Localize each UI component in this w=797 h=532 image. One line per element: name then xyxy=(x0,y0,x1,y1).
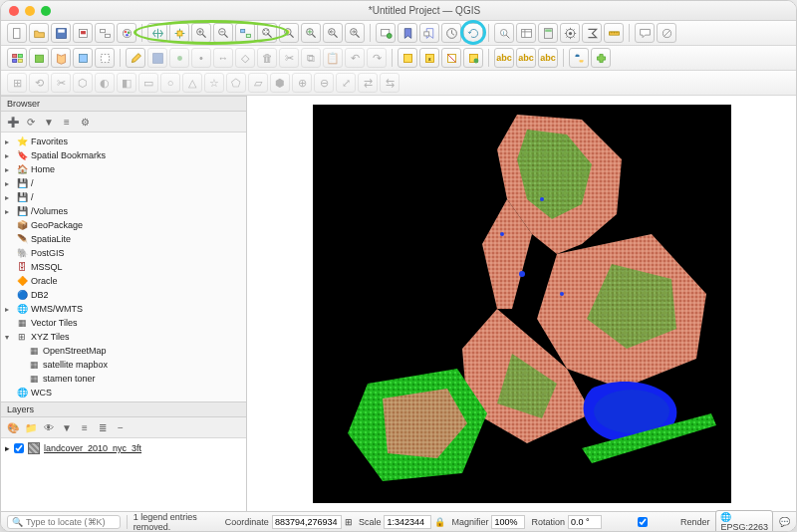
no-action-button[interactable] xyxy=(657,23,676,43)
show-bookmarks-button[interactable] xyxy=(419,23,439,43)
field-calculator-button[interactable] xyxy=(538,23,558,43)
zoom-next-button[interactable] xyxy=(345,23,365,43)
refresh-button[interactable] xyxy=(463,23,483,43)
adv-digitize-8[interactable]: ○ xyxy=(160,73,180,93)
crs-button[interactable]: 🌐 EPSG:2263 xyxy=(715,510,773,533)
browser-item[interactable]: 🔵DB2 xyxy=(1,288,246,302)
toolbox-button[interactable] xyxy=(560,23,580,43)
browser-item[interactable]: 🔶Oracle xyxy=(1,274,246,288)
add-layer-icon[interactable]: ➕ xyxy=(5,114,21,130)
scale-input[interactable] xyxy=(384,515,431,529)
deselect-all-button[interactable] xyxy=(441,48,461,68)
magnifier-input[interactable] xyxy=(491,515,525,529)
browser-item[interactable]: ▸🔖Spatial Bookmarks xyxy=(1,148,246,162)
copy-button[interactable]: ⧉ xyxy=(301,48,321,68)
edit-toggle-button[interactable] xyxy=(126,48,145,68)
messages-icon[interactable]: 💬 xyxy=(779,517,790,527)
adv-digitize-12[interactable]: ▱ xyxy=(248,73,268,93)
select-by-location-button[interactable] xyxy=(463,48,483,68)
statistics-button[interactable] xyxy=(582,23,602,43)
delete-selected-button[interactable]: 🗑 xyxy=(257,48,277,68)
new-project-button[interactable] xyxy=(7,23,27,43)
collapse-layers-icon[interactable]: ≣ xyxy=(95,419,111,435)
expand-arrow-icon[interactable]: ▸ xyxy=(5,193,13,202)
browser-item[interactable]: ▸💾/Volumes xyxy=(1,204,246,218)
label-toolbar-button[interactable]: abc xyxy=(538,48,558,68)
adv-digitize-17[interactable]: ⇄ xyxy=(358,73,378,93)
measure-button[interactable] xyxy=(604,23,624,43)
map-canvas[interactable] xyxy=(247,96,796,511)
add-feature-button[interactable] xyxy=(169,48,189,68)
temporal-controller-button[interactable] xyxy=(441,23,461,43)
new-virtual-layer-button[interactable] xyxy=(95,48,115,68)
new-map-view-button[interactable] xyxy=(376,23,396,43)
browser-item[interactable]: 📦GeoPackage xyxy=(1,218,246,232)
open-attribute-table-button[interactable] xyxy=(516,23,536,43)
expand-all-icon[interactable]: ≡ xyxy=(77,419,93,435)
collapse-all-icon[interactable]: ≡ xyxy=(59,114,75,130)
zoom-in-button[interactable] xyxy=(191,23,211,43)
remove-layer-icon[interactable]: − xyxy=(113,419,129,435)
layers-tree[interactable]: ▸ landcover_2010_nyc_3ft xyxy=(1,438,246,511)
coordinate-input[interactable] xyxy=(272,515,342,529)
cut-button[interactable]: ✂ xyxy=(279,48,299,68)
expand-arrow-icon[interactable]: ▾ xyxy=(5,333,13,342)
browser-item[interactable]: ▸🏠Home xyxy=(1,162,246,176)
expand-arrow-icon[interactable]: ▸ xyxy=(5,179,13,188)
browser-item[interactable]: ▸💾/ xyxy=(1,176,246,190)
new-geopackage-button[interactable] xyxy=(29,48,49,68)
browser-item[interactable]: ▸⭐Favorites xyxy=(1,134,246,148)
adv-digitize-15[interactable]: ⊖ xyxy=(314,73,334,93)
browser-item[interactable]: 🌐WCS xyxy=(1,386,246,399)
browser-item[interactable]: ▦OpenStreetMap xyxy=(1,344,246,358)
adv-digitize-1[interactable]: ⊞ xyxy=(7,73,27,93)
zoom-native-button[interactable] xyxy=(235,23,255,43)
layer-visibility-checkbox[interactable] xyxy=(14,443,24,453)
filter-legend-icon[interactable]: ▼ xyxy=(59,419,75,435)
adv-digitize-7[interactable]: ▭ xyxy=(138,73,158,93)
zoom-out-button[interactable] xyxy=(213,23,233,43)
style-manager-button[interactable] xyxy=(117,23,136,43)
zoom-to-selection-button[interactable] xyxy=(279,23,299,43)
browser-item[interactable]: 🪶SpatiaLite xyxy=(1,232,246,246)
new-print-layout-button[interactable] xyxy=(73,23,93,43)
adv-digitize-10[interactable]: ☆ xyxy=(204,73,224,93)
expand-arrow-icon[interactable]: ▸ xyxy=(5,207,13,216)
save-edits-button[interactable] xyxy=(147,48,167,68)
expand-arrow-icon[interactable]: ▸ xyxy=(5,151,13,160)
browser-item[interactable]: ▸🌐WMS/WMTS xyxy=(1,302,246,316)
locator-input[interactable] xyxy=(26,517,116,527)
adv-digitize-6[interactable]: ◧ xyxy=(117,73,136,93)
browser-tree[interactable]: ▸⭐Favorites▸🔖Spatial Bookmarks▸🏠Home▸💾/▸… xyxy=(1,133,246,401)
refresh-browser-icon[interactable]: ⟳ xyxy=(23,114,39,130)
zoom-full-button[interactable] xyxy=(257,23,277,43)
add-group-icon[interactable]: 📁 xyxy=(23,419,39,435)
expand-arrow-icon[interactable]: ▸ xyxy=(5,443,10,453)
digitize-button[interactable]: • xyxy=(191,48,211,68)
lock-scale-icon[interactable]: 🔒 xyxy=(434,517,445,527)
new-shapefile-button[interactable] xyxy=(51,48,71,68)
select-by-value-button[interactable]: ε xyxy=(419,48,439,68)
open-project-button[interactable] xyxy=(29,23,49,43)
identify-button[interactable]: i xyxy=(494,23,514,43)
adv-digitize-16[interactable]: ⤢ xyxy=(336,73,356,93)
plugins-button[interactable] xyxy=(591,48,611,68)
data-source-manager-button[interactable] xyxy=(7,48,27,68)
render-checkbox[interactable] xyxy=(608,517,677,527)
close-window-button[interactable] xyxy=(9,6,19,16)
expand-arrow-icon[interactable]: ▸ xyxy=(5,137,13,146)
pan-button[interactable] xyxy=(147,23,167,43)
extents-icon[interactable]: ⊞ xyxy=(345,517,353,527)
new-bookmark-button[interactable] xyxy=(398,23,417,43)
zoom-last-button[interactable] xyxy=(323,23,343,43)
manage-themes-icon[interactable]: 👁 xyxy=(41,419,57,435)
maptips-button[interactable] xyxy=(635,23,655,43)
browser-item[interactable]: 🐘PostGIS xyxy=(1,246,246,260)
layer-styling-icon[interactable]: 🎨 xyxy=(5,419,21,435)
adv-digitize-4[interactable]: ⬡ xyxy=(73,73,93,93)
locator-search[interactable]: 🔍 xyxy=(7,515,121,529)
browser-item[interactable]: ▦Vector Tiles xyxy=(1,316,246,330)
filter-browser-icon[interactable]: ▼ xyxy=(41,114,57,130)
redo-button[interactable]: ↷ xyxy=(367,48,387,68)
layer-row[interactable]: ▸ landcover_2010_nyc_3ft xyxy=(1,440,246,456)
